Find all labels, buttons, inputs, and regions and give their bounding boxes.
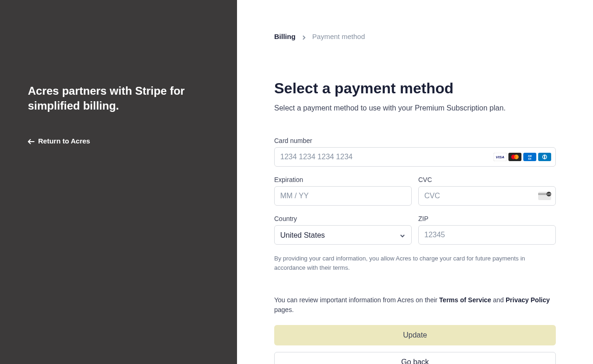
card-number-label: Card number <box>274 137 556 144</box>
chevron-right-icon <box>301 34 307 39</box>
visa-icon: VISA <box>494 153 507 161</box>
cvc-label: CVC <box>418 176 556 183</box>
cvc-card-icon: 135 <box>538 192 551 200</box>
cvc-input[interactable] <box>418 186 556 206</box>
svg-rect-11 <box>544 155 545 159</box>
zip-label: ZIP <box>418 215 556 222</box>
terms-of-service-link[interactable]: Terms of Service <box>439 296 491 304</box>
arrow-left-icon <box>28 138 34 143</box>
svg-text:EX: EX <box>528 157 532 160</box>
page-subtitle: Select a payment method to use with your… <box>274 103 556 114</box>
svg-text:VISA: VISA <box>496 155 505 159</box>
sidebar: Acres partners with Stripe for simplifie… <box>0 0 237 364</box>
privacy-policy-link[interactable]: Privacy Policy <box>506 296 550 304</box>
return-link-label: Return to Acres <box>38 137 90 145</box>
breadcrumb: Billing Payment method <box>274 32 556 40</box>
sidebar-title: Acres partners with Stripe for simplifie… <box>28 84 209 114</box>
expiration-input[interactable] <box>274 186 412 206</box>
mastercard-icon <box>508 153 521 161</box>
expiration-label: Expiration <box>274 176 412 183</box>
main-content: Billing Payment method Select a payment … <box>237 0 593 364</box>
card-brand-icons: VISA AMEX <box>494 153 551 161</box>
country-label: Country <box>274 215 412 222</box>
breadcrumb-payment-method: Payment method <box>312 32 365 40</box>
diners-icon <box>538 153 551 161</box>
go-back-button[interactable]: Go back <box>274 352 556 364</box>
zip-input[interactable] <box>418 225 556 245</box>
amex-icon: AMEX <box>523 153 536 161</box>
svg-text:135: 135 <box>547 193 551 195</box>
return-link[interactable]: Return to Acres <box>28 137 90 145</box>
country-select[interactable]: United States <box>274 225 412 245</box>
update-button[interactable]: Update <box>274 325 556 345</box>
terms-text: You can review important information fro… <box>274 295 556 315</box>
card-disclaimer: By providing your card information, you … <box>274 254 556 272</box>
breadcrumb-billing[interactable]: Billing <box>274 32 296 40</box>
page-title: Select a payment method <box>274 80 556 97</box>
